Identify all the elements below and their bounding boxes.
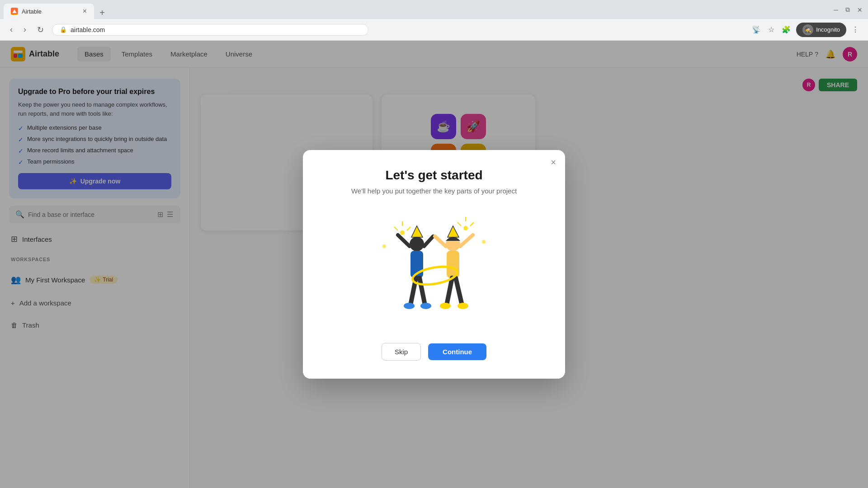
incognito-avatar: 🕵 xyxy=(802,24,813,35)
svg-line-13 xyxy=(458,222,461,226)
modal-dialog: × Let's get started We'll help you put t… xyxy=(303,150,565,379)
modal-overlay: × Let's get started We'll help you put t… xyxy=(0,41,868,488)
modal-subtitle: We'll help you put together the key part… xyxy=(351,187,517,195)
continue-button[interactable]: Continue xyxy=(428,343,486,360)
svg-point-22 xyxy=(404,303,415,309)
minimize-button[interactable]: ─ xyxy=(832,5,840,15)
tab-favicon xyxy=(11,8,18,15)
svg-point-6 xyxy=(463,226,468,230)
svg-point-23 xyxy=(420,303,431,309)
forward-button[interactable]: › xyxy=(21,23,29,36)
svg-point-7 xyxy=(482,240,486,244)
svg-marker-15 xyxy=(411,226,423,237)
svg-line-14 xyxy=(470,222,474,226)
reload-button[interactable]: ↻ xyxy=(34,23,47,37)
svg-point-5 xyxy=(400,230,405,235)
svg-point-16 xyxy=(410,237,424,251)
address-bar[interactable]: 🔒 airtable.com xyxy=(52,24,368,36)
modal-title: Let's get started xyxy=(385,168,482,183)
svg-point-8 xyxy=(382,244,386,248)
lock-icon: 🔒 xyxy=(60,26,67,33)
new-tab-button[interactable]: + xyxy=(96,6,108,19)
menu-icon[interactable]: ⋮ xyxy=(850,23,861,36)
url-text: airtable.com xyxy=(71,26,105,33)
modal-close-button[interactable]: × xyxy=(551,157,556,168)
cast-icon[interactable]: 📡 xyxy=(750,23,763,36)
svg-line-11 xyxy=(407,227,410,230)
modal-actions: Skip Continue xyxy=(382,343,486,361)
svg-line-26 xyxy=(435,236,446,246)
bookmark-icon[interactable]: ☆ xyxy=(766,23,776,36)
maximize-button[interactable]: ⧉ xyxy=(844,4,852,15)
skip-button[interactable]: Skip xyxy=(382,343,421,361)
tab-close-button[interactable]: × xyxy=(83,7,87,15)
svg-line-29 xyxy=(447,278,452,305)
incognito-badge: 🕵 Incognito xyxy=(796,23,846,37)
back-button[interactable]: ‹ xyxy=(7,23,15,36)
browser-tabs: Airtable × + ─ ⧉ ✕ xyxy=(0,0,868,19)
svg-marker-24 xyxy=(448,226,459,237)
browser-toolbar: ‹ › ↻ 🔒 airtable.com 📡 ☆ 🧩 🕵 Incognito ⋮ xyxy=(0,19,868,41)
svg-point-32 xyxy=(458,303,468,309)
close-window-button[interactable]: ✕ xyxy=(855,5,864,15)
browser-chrome: Airtable × + ─ ⧉ ✕ ‹ › ↻ 🔒 airtable.com … xyxy=(0,0,868,41)
celebration-illustration xyxy=(357,206,511,332)
tab-title: Airtable xyxy=(22,8,42,15)
svg-line-27 xyxy=(460,235,473,246)
svg-line-10 xyxy=(394,227,398,230)
svg-line-21 xyxy=(420,278,425,305)
extension-icon[interactable]: 🧩 xyxy=(780,23,793,36)
window-controls: ─ ⧉ ✕ xyxy=(828,0,868,19)
svg-line-18 xyxy=(424,236,433,246)
modal-illustration xyxy=(357,206,511,332)
toolbar-actions: 📡 ☆ 🧩 🕵 Incognito ⋮ xyxy=(750,23,861,37)
incognito-label: Incognito xyxy=(816,26,840,33)
svg-line-30 xyxy=(456,278,462,305)
svg-point-31 xyxy=(440,303,451,309)
svg-line-17 xyxy=(398,235,410,246)
active-tab[interactable]: Airtable × xyxy=(4,4,94,19)
